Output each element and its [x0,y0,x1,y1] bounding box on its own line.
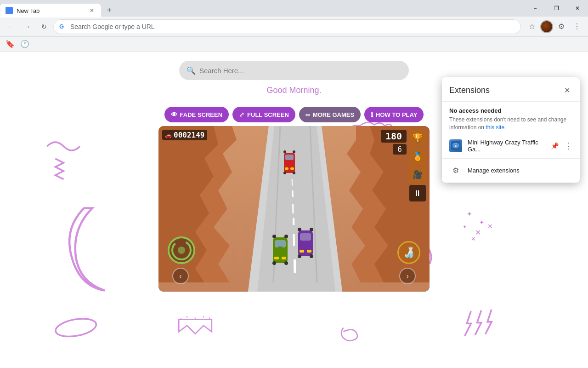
prev-button[interactable]: ‹ [172,268,189,284]
bookmark-star-icon[interactable]: ☆ [525,19,539,34]
next-button[interactable]: › [399,268,416,284]
timer-control [168,236,195,264]
pause-button[interactable]: ⏸ [409,185,426,201]
svg-point-0 [54,316,97,339]
svg-point-36 [284,235,288,238]
game-scene: 🚗 0002149 180 6 � [158,126,430,292]
svg-rect-33 [274,257,279,259]
timer-circle [168,236,195,264]
nav-bar: ← → ↻ G Search Google or type a URL ☆ ⚙ … [0,17,588,37]
extensions-link[interactable]: this site. [486,124,506,131]
score-display: 0002149 [174,131,204,139]
svg-point-46 [298,254,301,258]
more-games-button[interactable]: ∞ MORE GAMES [299,107,361,122]
trophy-icon[interactable]: 🏆 [409,130,426,146]
extension-item[interactable]: Mini Highway Crazy Traffic Ga... 📌 ⋮ [442,135,580,156]
svg-rect-34 [282,257,286,259]
toolbar-icons: ☆ ⚙ ⋮ [525,19,584,34]
game-frame[interactable]: 🚗 0002149 180 6 � [158,126,430,292]
extension-menu-button[interactable]: ⋮ [564,141,572,151]
extensions-header: Extensions ✕ [442,77,580,99]
svg-rect-41 [300,233,311,241]
menu-icon[interactable]: ⋮ [570,19,584,34]
forward-button[interactable]: → [20,19,35,34]
address-text: Search Google or type a URL [70,23,515,30]
extensions-divider-1 [442,101,580,102]
history-icon[interactable]: 🕐 [18,39,31,49]
svg-text:✕: ✕ [475,228,481,236]
fade-screen-button[interactable]: 👁 FADE SCREEN [164,107,229,122]
minimize-button[interactable]: − [525,0,546,17]
window-controls: − ❐ ✕ [525,0,588,17]
search-icon: 🔍 [187,66,196,75]
svg-text:✦: ✦ [463,224,467,230]
tab-favicon [6,7,13,14]
search-area: 🔍 Good Morning. [179,61,409,95]
maximize-button[interactable]: ❐ [546,0,567,17]
info-icon: ℹ [371,111,373,118]
manage-extensions-label: Manage extensions [468,167,520,174]
svg-point-35 [272,235,276,238]
fade-icon: 👁 [171,111,177,118]
close-button[interactable]: ✕ [567,0,588,17]
extensions-popup: Extensions ✕ No access needed These exte… [442,77,580,183]
svg-point-44 [298,228,301,231]
turbo-button[interactable]: 🍶 [397,241,420,264]
svg-text:✦: ✦ [467,210,472,218]
camera-icon[interactable]: 🎥 [409,167,426,183]
settings-icon: ⚙ [449,164,462,177]
address-bar[interactable]: G Search Google or type a URL [53,19,521,34]
search-input[interactable] [199,67,401,75]
game-hud: 🚗 0002149 180 6 � [162,130,426,201]
fullscreen-icon: ⤢ [239,111,244,118]
svg-point-37 [272,261,276,265]
turbo-control: 🍶 [397,241,420,264]
chrome-window: New Tab ✕ + − ❐ ✕ ← → ↻ G Search Google … [0,0,588,368]
extensions-divider-2 [442,158,580,159]
how-to-play-button[interactable]: ℹ HOW TO PLAY [364,107,424,122]
extensions-description: These extensions don't need to see and c… [442,116,580,135]
tab-close-button[interactable]: ✕ [88,7,96,14]
extensions-section-title: No access needed [442,104,580,116]
game-buttons: 👁 FADE SCREEN ⤢ FULL SCREEN ∞ MORE GAMES… [158,107,430,122]
search-box[interactable]: 🔍 [179,61,409,80]
svg-point-38 [284,261,288,265]
infinity-icon: ∞ [305,111,310,118]
game-container: 👁 FADE SCREEN ⤢ FULL SCREEN ∞ MORE GAMES… [158,107,430,292]
profile-avatar[interactable] [540,20,553,33]
svg-rect-39 [278,247,283,247]
extensions-close-button[interactable]: ✕ [561,85,572,96]
svg-rect-43 [307,250,311,253]
google-logo: G [59,23,67,30]
greeting-text: Good Morning. [266,86,321,95]
active-tab[interactable]: New Tab ✕ [0,4,101,17]
svg-point-45 [310,228,313,231]
extension-name: Mini Highway Crazy Traffic Ga... [468,139,545,153]
level-display: 6 [393,144,407,155]
title-bar: New Tab ✕ + − ❐ ✕ [0,0,588,17]
bookmarks-bar: 🔖 🕐 [0,37,588,52]
svg-rect-42 [300,250,304,253]
full-screen-button[interactable]: ⤢ FULL SCREEN [232,107,295,122]
page-content: ✦ ✦ ✕ ✕ ✦ ✕ 7° 3 ⚙ ⋯ 🔍 Good Morning. [0,52,588,368]
svg-text:✦: ✦ [479,219,484,226]
extensions-icon[interactable]: ⚙ [554,19,569,34]
extensions-title: Extensions [449,86,490,95]
new-tab-button[interactable]: + [103,4,116,17]
svg-rect-32 [275,240,286,247]
svg-text:✕: ✕ [471,236,476,242]
svg-point-49 [178,247,185,254]
tab-bar: New Tab ✕ + [0,0,525,17]
trophy2-icon[interactable]: 🏅 [409,148,426,165]
speed-display: 180 [381,130,407,143]
extension-favicon [449,139,462,152]
back-button[interactable]: ← [4,19,18,34]
bookmark-icon[interactable]: 🔖 [4,39,17,49]
pin-icon: 📌 [551,142,559,150]
refresh-button[interactable]: ↻ [37,19,51,34]
manage-extensions-row[interactable]: ⚙ Manage extensions [442,161,580,183]
hud-icons: 🏆 🏅 🎥 ⏸ [409,130,426,201]
svg-point-51 [455,145,457,147]
tab-title: New Tab [17,7,85,14]
svg-text:✕: ✕ [487,223,493,230]
